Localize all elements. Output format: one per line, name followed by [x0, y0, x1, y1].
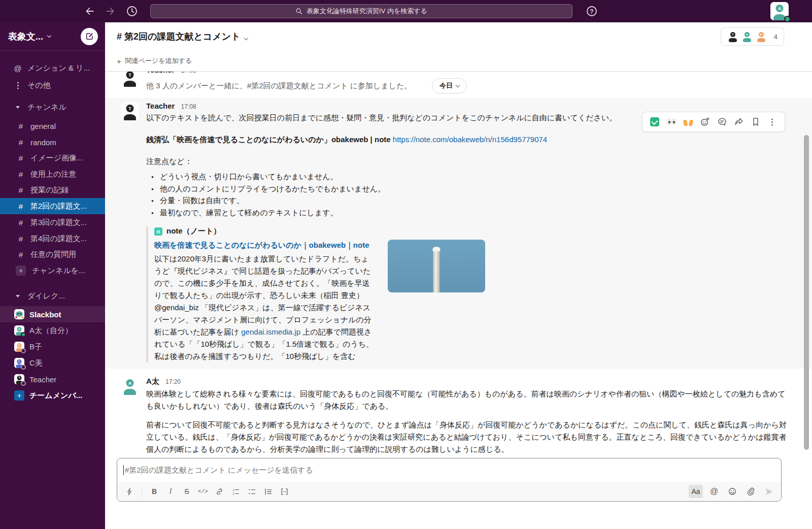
chevron-down-icon — [47, 34, 51, 38]
message-composer: #第2回の課題文献とコメント にメッセージを送信する B I S </> 12 — [117, 458, 782, 502]
history-clock-icon[interactable] — [126, 5, 138, 17]
scrollbar-thumb[interactable] — [804, 135, 809, 450]
member-avatar: B — [756, 31, 767, 42]
add-channel-button[interactable]: + チャンネルを... — [0, 262, 105, 279]
bullet-item: 他の人のコメントにリプライをつけるかたちでもかまいません。 — [160, 183, 787, 195]
add-reaction-icon[interactable] — [698, 115, 712, 129]
chevron-down-icon — [244, 36, 248, 40]
gendai-link[interactable]: gendai.ismedia.jp — [241, 327, 300, 336]
sidebar-channel-class-records[interactable]: # 授業の記録 — [0, 182, 105, 198]
code-block-icon[interactable] — [277, 485, 291, 498]
timestamp[interactable]: 17:20 — [165, 378, 181, 385]
sidebar-channel-usage-notes[interactable]: # 使用上の注意 — [0, 166, 105, 182]
plus-icon: + — [16, 266, 26, 276]
code-icon[interactable]: </> — [196, 485, 210, 498]
sidebar-item-mentions[interactable]: @ メンション & リ... — [0, 60, 105, 76]
sidebar-item-more[interactable]: その他 — [0, 77, 105, 93]
member-avatar: A — [741, 31, 753, 42]
sidebar-channel-random[interactable]: # random — [0, 134, 105, 150]
sidebar-channel-questions[interactable]: # 任意の質問用 — [0, 246, 105, 262]
bold-icon[interactable]: B — [147, 485, 161, 498]
send-button-disabled[interactable] — [762, 485, 776, 498]
preview-title-link[interactable]: 映画を倍速で見ることのなにがわるいのか｜obakeweb｜note — [154, 239, 376, 251]
reading-url-link[interactable]: https://note.com/obakeweb/n/n156d9577907… — [393, 135, 547, 144]
dm-ata-self[interactable]: A A太（自分） — [0, 322, 105, 339]
emoji-icon[interactable] — [725, 485, 739, 498]
reaction-eyes-icon[interactable] — [664, 115, 679, 129]
channel-title[interactable]: # 第2回の課題文献とコメント — [117, 30, 248, 43]
add-page-tab[interactable]: + 関連ページを追加する — [117, 56, 192, 65]
presence-active-dot — [21, 332, 26, 337]
user-avatar[interactable]: A — [770, 2, 789, 20]
blockquote-icon[interactable] — [261, 485, 275, 498]
strikethrough-icon[interactable]: S — [180, 485, 194, 498]
dm-bko[interactable]: B B子 — [0, 339, 105, 355]
more-dots-icon — [13, 85, 22, 86]
reply-in-thread-icon[interactable] — [715, 115, 729, 129]
channels-section-header[interactable]: チャンネル — [0, 99, 105, 115]
reading-title: 銭清弘「映画を倍速で見ることのなにがわるいのか」obakeweb | note — [146, 135, 391, 144]
ordered-list-icon[interactable]: 12 — [228, 485, 243, 498]
author-name[interactable]: Teacher — [146, 72, 175, 74]
reaction-raised-hands-icon[interactable] — [681, 115, 695, 129]
shortcuts-lightning-icon[interactable] — [122, 485, 137, 498]
mention-icon[interactable]: @ — [707, 485, 721, 498]
share-message-icon[interactable] — [732, 115, 746, 129]
link-icon[interactable] — [212, 485, 226, 498]
avatar[interactable]: T — [121, 72, 139, 87]
message-ata[interactable]: A A太 17:20 映画体験として総称される様々な要素には、回復可能であるもの… — [105, 376, 812, 455]
timestamp[interactable]: 17:05 — [181, 72, 196, 74]
workspace-name[interactable]: 表象文... — [8, 30, 43, 43]
history-back-icon[interactable] — [84, 6, 95, 17]
dm-cmi[interactable]: C C美 — [0, 355, 105, 371]
dm-teacher[interactable]: T Teacher — [0, 371, 105, 387]
add-teammates-button[interactable]: + チームメンバ... — [0, 387, 105, 404]
message-teacher[interactable]: T Teacher 17:08 以下のテキストを読んで、次回授業日の前日までに感… — [105, 98, 812, 369]
message-text: 前者について回復不可能であると判断する見方はなさそうなので、ひとまず論点は「身体… — [146, 419, 787, 455]
dm-slackbot[interactable]: Slackbot — [0, 306, 105, 322]
channel-members-button[interactable]: T A B 4 — [721, 27, 784, 46]
caret-down-icon — [13, 106, 22, 109]
input-placeholder: #第2回の課題文献とコメント にメッセージを送信する — [125, 466, 313, 475]
message-list: T Teacher 17:05 他 3 人のメンバーと一緒に、#第2回の課題文献… — [105, 72, 812, 457]
timestamp[interactable]: 17:08 — [181, 103, 196, 110]
avatar[interactable]: A — [121, 377, 139, 395]
hash-icon: # — [17, 138, 24, 147]
chevron-down-icon — [456, 83, 460, 87]
message-input[interactable]: #第2回の課題文献とコメント にメッセージを送信する — [117, 458, 781, 482]
search-bar[interactable]: 表象文化論特殊研究演習IV 内を検索する — [150, 4, 572, 18]
hash-icon: # — [17, 250, 24, 259]
history-forward-icon[interactable] — [105, 6, 116, 17]
link-preview-card: n note（ノート） 映画を倍速で見ることのなにがわるいのか｜obakeweb… — [146, 226, 787, 362]
italic-icon[interactable]: I — [163, 485, 178, 498]
search-icon — [295, 8, 302, 15]
save-bookmark-icon[interactable] — [749, 115, 763, 129]
sidebar-channel-session3[interactable]: # 第3回の課題文... — [0, 214, 105, 230]
svg-text:2: 2 — [232, 492, 234, 495]
more-actions-icon[interactable] — [765, 115, 780, 129]
new-message-button[interactable] — [81, 28, 98, 45]
preview-thumbnail-tower-image[interactable] — [388, 240, 485, 292]
sidebar-channel-session2-selected[interactable]: # 第2回の課題文... — [0, 198, 105, 214]
presence-offline-dot — [21, 365, 26, 370]
text-cursor — [123, 465, 124, 475]
system-message-text: 他 3 人のメンバーと一緒に、#第2回の課題文献とコメント に参加しました。 — [146, 80, 603, 91]
sidebar-channel-images[interactable]: # イメージ画像... — [0, 150, 105, 166]
search-placeholder: 表象文化論特殊研究演習IV 内を検索する — [307, 7, 427, 16]
author-name[interactable]: A太 — [146, 377, 159, 385]
sidebar-channel-session4[interactable]: # 第4回の課題文... — [0, 230, 105, 247]
help-icon[interactable]: ? — [586, 5, 598, 17]
reaction-check-mark-icon[interactable] — [648, 115, 662, 129]
dm-section-header[interactable]: ダイレク... — [0, 288, 105, 304]
avatar[interactable]: T — [121, 102, 139, 120]
attach-paperclip-icon[interactable] — [743, 485, 758, 498]
bullet-item: どういう視点・切り口から書いてもかまいません。 — [160, 171, 787, 183]
plus-icon: + — [14, 390, 24, 401]
message-text: 映画体験として総称される様々な要素には、回復可能であるものと回復不可能な（可能性… — [146, 388, 787, 412]
author-name[interactable]: Teacher — [146, 102, 175, 110]
show-formatting-toggle[interactable]: Aa — [689, 485, 703, 498]
date-divider-pill[interactable]: 今日 — [432, 78, 467, 93]
bulleted-list-icon[interactable] — [245, 485, 259, 498]
sidebar-channel-general[interactable]: # general — [0, 118, 105, 134]
preview-description: 以下は2020年3月に書いたまま放置していたドラフトだ。ちょうど『現代ビジネス』… — [154, 253, 376, 362]
